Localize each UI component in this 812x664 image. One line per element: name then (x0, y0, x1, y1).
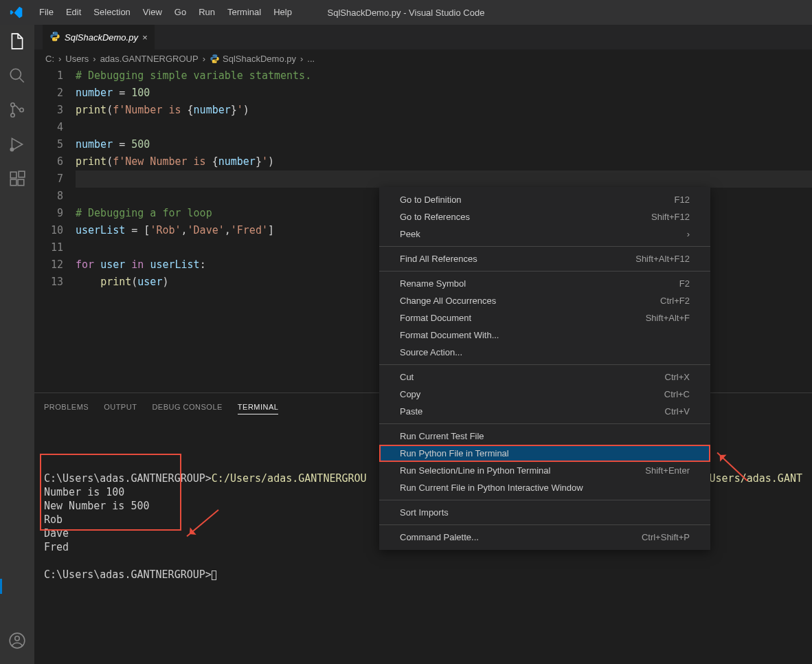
menu-terminal[interactable]: Terminal (221, 0, 267, 25)
svg-rect-5 (10, 172, 16, 178)
vscode-logo-icon (0, 5, 33, 19)
menu-item-run-current-file-in-python-interactive-window[interactable]: Run Current File in Python Interactive W… (379, 479, 710, 496)
annotation-highlight-box (40, 454, 181, 531)
tab-filename: SqlShackDemo.py (65, 32, 138, 43)
menu-separator (379, 246, 710, 247)
breadcrumb-segment[interactable]: Users (65, 54, 89, 64)
svg-point-2 (11, 113, 14, 117)
activity-bar (0, 25, 34, 664)
menu-item-format-document[interactable]: Format DocumentShift+Alt+F (379, 309, 710, 327)
chevron-right-icon: › (58, 54, 61, 64)
breadcrumb-segment[interactable]: SqlShackDemo.py (223, 54, 296, 64)
menu-separator (379, 423, 710, 424)
menu-item-copy[interactable]: CopyCtrl+C (379, 386, 710, 403)
panel-tab-debug-console[interactable]: DEBUG CONSOLE (152, 403, 222, 414)
menu-item-cut[interactable]: CutCtrl+X (379, 368, 710, 386)
panel-tab-problems[interactable]: PROBLEMS (44, 403, 89, 414)
chevron-right-icon: › (300, 54, 303, 64)
explorer-icon[interactable] (8, 32, 27, 51)
account-icon[interactable] (8, 631, 27, 650)
menu-item-sort-imports[interactable]: Sort Imports (379, 504, 710, 521)
menu-separator (379, 271, 710, 272)
menu-item-run-current-test-file[interactable]: Run Current Test File (379, 428, 710, 445)
svg-point-0 (10, 69, 21, 79)
source-control-icon[interactable] (8, 100, 27, 120)
menu-item-go-to-definition[interactable]: Go to DefinitionF12 (379, 191, 710, 208)
menu-item-peek[interactable]: Peek› (379, 225, 710, 243)
menu-item-run-python-file-in-terminal[interactable]: Run Python File in Terminal (379, 445, 710, 462)
close-icon[interactable]: × (142, 32, 148, 43)
breadcrumb[interactable]: C:›Users›adas.GANTNERGROUP›SqlShackDemo.… (34, 49, 812, 67)
menu-separator (379, 524, 710, 525)
svg-rect-8 (19, 171, 25, 177)
menu-item-rename-symbol[interactable]: Rename SymbolF2 (379, 275, 710, 292)
panel-tab-terminal[interactable]: TERMINAL (238, 403, 279, 414)
breadcrumb-segment[interactable]: ... (307, 54, 315, 64)
panel-tab-output[interactable]: OUTPUT (104, 403, 137, 414)
menu-item-source-action[interactable]: Source Action... (379, 344, 710, 361)
editor-tabs: SqlShackDemo.py × (34, 25, 812, 49)
breadcrumb-segment[interactable]: C: (45, 54, 54, 64)
chevron-right-icon: › (687, 229, 690, 239)
svg-point-1 (11, 103, 14, 107)
search-icon[interactable] (8, 66, 27, 85)
menu-selection[interactable]: Selection (87, 0, 136, 25)
menu-item-go-to-references[interactable]: Go to ReferencesShift+F12 (379, 208, 710, 225)
menu-edit[interactable]: Edit (60, 0, 87, 25)
titlebar: FileEditSelectionViewGoRunTerminalHelp S… (0, 0, 812, 25)
menu-help[interactable]: Help (267, 0, 298, 25)
menu-item-find-all-references[interactable]: Find All ReferencesShift+Alt+F12 (379, 250, 710, 267)
menu-file[interactable]: File (33, 0, 60, 25)
svg-point-10 (15, 637, 20, 641)
menu-run[interactable]: Run (192, 0, 221, 25)
svg-rect-6 (10, 179, 16, 186)
svg-point-12 (56, 39, 57, 40)
menu-item-format-document-with[interactable]: Format Document With... (379, 327, 710, 344)
run-debug-icon[interactable] (8, 135, 27, 154)
breadcrumb-segment[interactable]: adas.GANTNERGROUP (100, 54, 199, 64)
menu-separator (379, 500, 710, 500)
menu-view[interactable]: View (137, 0, 168, 25)
menu-item-run-selection-line-in-python-terminal[interactable]: Run Selection/Line in Python TerminalShi… (379, 462, 710, 479)
menu-go[interactable]: Go (168, 0, 192, 25)
svg-point-11 (53, 32, 54, 33)
extensions-icon[interactable] (8, 169, 27, 188)
menubar: FileEditSelectionViewGoRunTerminalHelp (33, 0, 298, 25)
chevron-right-icon: › (203, 54, 205, 64)
line-numbers: 12345678910111213 (34, 67, 76, 392)
menu-item-paste[interactable]: PasteCtrl+V (379, 403, 710, 420)
context-menu: Go to DefinitionF12Go to ReferencesShift… (379, 187, 710, 550)
svg-point-4 (10, 148, 13, 151)
python-icon (49, 31, 60, 44)
svg-point-3 (20, 108, 23, 111)
annotation-marker (0, 579, 2, 594)
menu-item-command-palette[interactable]: Command Palette...Ctrl+Shift+P (379, 529, 710, 546)
chevron-right-icon: › (93, 54, 95, 64)
svg-rect-7 (18, 179, 24, 186)
menu-item-change-all-occurrences[interactable]: Change All OccurrencesCtrl+F2 (379, 292, 710, 309)
breadcrumb-segment[interactable]: SqlShackDemo.py (210, 54, 296, 64)
menu-separator (379, 364, 710, 365)
tab-active[interactable]: SqlShackDemo.py × (43, 25, 155, 49)
